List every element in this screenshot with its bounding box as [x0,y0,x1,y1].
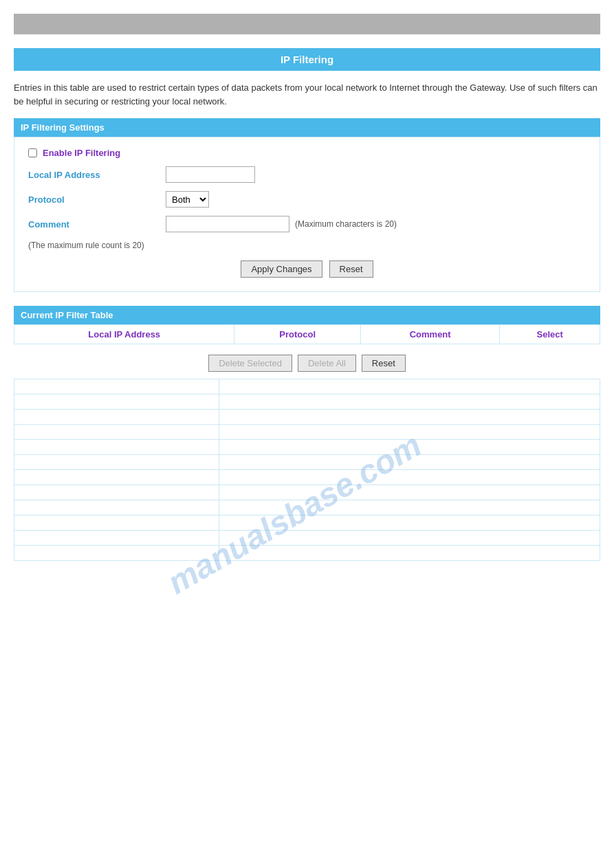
local-ip-row: Local IP Address [28,166,586,183]
settings-section-title: IP Filtering Settings [14,118,600,137]
extra-table-cell-left [14,546,219,561]
table-row [14,379,600,394]
extra-table-cell-right [219,485,600,500]
top-bar [14,14,600,34]
extra-table-cell-right [219,410,600,425]
comment-label: Comment [28,219,166,230]
extra-table-cell-left [14,470,219,485]
table-row [14,440,600,455]
table-row [14,394,600,410]
filter-table-header-row: Local IP Address Protocol Comment Select [14,325,600,344]
table-row [14,410,600,425]
comment-input[interactable] [166,216,289,232]
filter-table-title: Current IP Filter Table [14,306,600,324]
extra-table-cell-left [14,425,219,440]
table-row [14,485,600,500]
table-row [14,500,600,515]
extra-table-cell-right [219,546,600,561]
filter-table: Local IP Address Protocol Comment Select [14,324,600,344]
delete-selected-button[interactable]: Delete Selected [208,355,292,372]
local-ip-input[interactable] [166,166,255,183]
protocol-select[interactable]: Both TCP UDP ICMP [166,191,209,208]
extra-table [14,379,600,561]
extra-table-cell-right [219,531,600,546]
protocol-row: Protocol Both TCP UDP ICMP [28,191,586,208]
col-protocol: Protocol [234,325,361,344]
extra-table-cell-left [14,455,219,470]
extra-table-cell-right [219,500,600,515]
col-select: Select [500,325,600,344]
col-local-ip: Local IP Address [14,325,234,344]
settings-box: Enable IP Filtering Local IP Address Pro… [14,137,600,292]
extra-table-cell-right [219,455,600,470]
extra-table-cell-left [14,410,219,425]
extra-table-cell-right [219,515,600,531]
local-ip-label: Local IP Address [28,170,166,180]
enable-row: Enable IP Filtering [28,148,586,158]
delete-buttons-row: Delete Selected Delete All Reset [14,355,600,372]
extra-table-cell-left [14,531,219,546]
extra-table-cell-right [219,440,600,455]
table-row [14,546,600,561]
col-comment: Comment [360,325,500,344]
table-row [14,531,600,546]
delete-reset-button[interactable]: Reset [362,355,406,372]
filter-table-section: Current IP Filter Table Local IP Address… [14,306,600,344]
settings-buttons-row: Apply Changes Reset [28,260,586,278]
delete-all-button[interactable]: Delete All [298,355,356,372]
extra-table-cell-left [14,515,219,531]
apply-changes-button[interactable]: Apply Changes [241,260,322,278]
protocol-label: Protocol [28,194,166,205]
extra-table-cell-left [14,500,219,515]
extra-table-cell-right [219,394,600,410]
enable-ip-filtering-checkbox[interactable] [28,148,37,157]
description-text: Entries in this table are used to restri… [14,81,600,108]
table-row [14,470,600,485]
comment-row: Comment (Maximum characters is 20) [28,216,586,232]
enable-label: Enable IP Filtering [43,148,120,158]
extra-table-cell-right [219,425,600,440]
table-row [14,515,600,531]
table-row [14,455,600,470]
extra-table-cell-left [14,440,219,455]
page-title: IP Filtering [14,48,600,71]
settings-section: IP Filtering Settings Enable IP Filterin… [14,118,600,292]
extra-table-cell-left [14,485,219,500]
reset-button[interactable]: Reset [329,260,373,278]
max-rule-note: (The maximum rule count is 20) [28,241,586,250]
extra-table-cell-right [219,470,600,485]
table-row [14,425,600,440]
max-chars-note: (Maximum characters is 20) [295,219,397,229]
extra-table-cell-left [14,394,219,410]
extra-table-cell-right [219,379,600,394]
extra-table-cell-left [14,379,219,394]
